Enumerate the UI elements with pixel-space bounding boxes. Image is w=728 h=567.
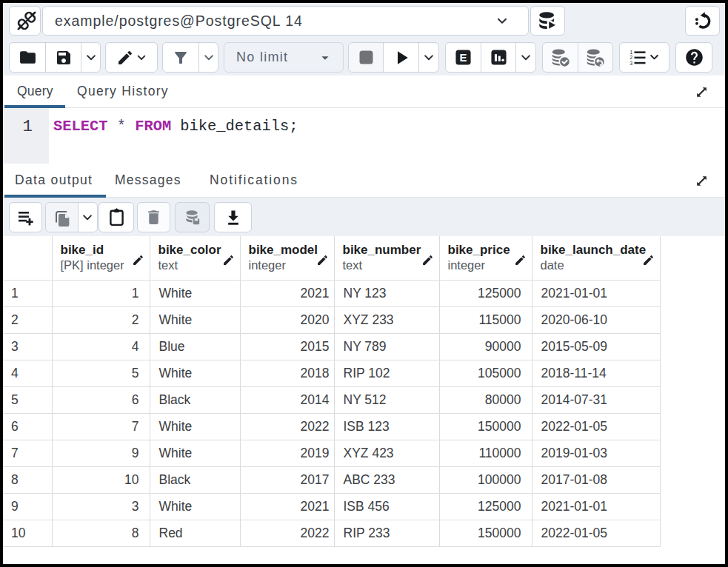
- svg-text:3: 3: [630, 60, 633, 65]
- svg-text:E: E: [460, 52, 467, 64]
- svg-text:1: 1: [630, 50, 633, 55]
- svg-text:2: 2: [630, 55, 633, 60]
